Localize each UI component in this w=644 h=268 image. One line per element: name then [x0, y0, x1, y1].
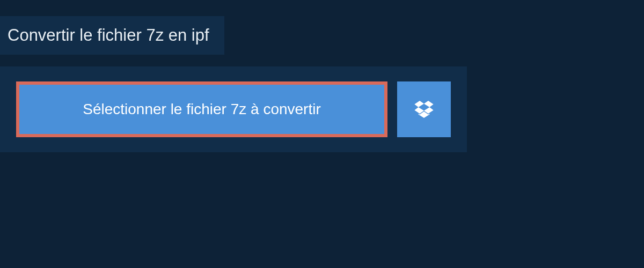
select-file-button[interactable]: Sélectionner le fichier 7z à convertir — [16, 81, 387, 137]
file-select-panel: Sélectionner le fichier 7z à convertir — [0, 66, 467, 152]
select-file-label: Sélectionner le fichier 7z à convertir — [83, 101, 321, 118]
dropbox-button[interactable] — [397, 81, 451, 137]
dropbox-icon — [413, 99, 435, 120]
page-title: Convertir le fichier 7z en ipf — [8, 26, 209, 45]
header-bar: Convertir le fichier 7z en ipf — [0, 16, 224, 55]
